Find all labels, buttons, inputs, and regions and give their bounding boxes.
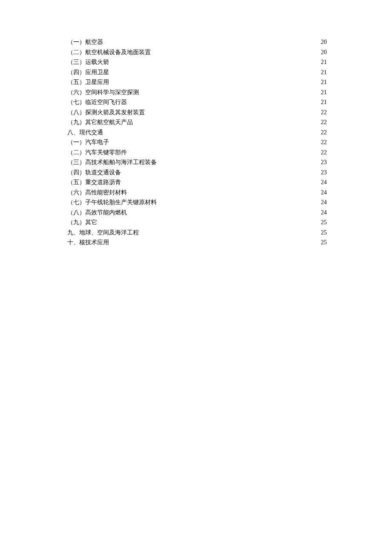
toc-entry-label: （一）航空器 bbox=[67, 37, 103, 47]
toc-entry-label: 八、现代交通 bbox=[67, 127, 103, 138]
toc-entry-page: 20 bbox=[320, 47, 327, 58]
toc-entry-page: 22 bbox=[320, 107, 327, 118]
toc-entry-label: 十、核技术应用 bbox=[67, 237, 109, 248]
toc-entry: （九）其它航空航天产品 22 bbox=[67, 117, 327, 127]
toc-entry: （一）航空器 20 bbox=[67, 37, 327, 47]
toc-entry: （七）临近空间飞行器 21 bbox=[67, 97, 327, 107]
toc-dots bbox=[103, 128, 320, 134]
toc-entry: （八）高效节能内燃机 24 bbox=[67, 208, 327, 218]
toc-entry: 十、核技术应用 25 bbox=[67, 237, 327, 248]
toc-dots bbox=[121, 168, 320, 174]
toc-entry-page: 22 bbox=[320, 117, 327, 127]
toc-entry-label: 九、地球、空间及海洋工程 bbox=[67, 228, 139, 238]
toc-dots bbox=[157, 158, 320, 164]
toc-dots bbox=[133, 118, 320, 124]
toc-entry-label: （六）空间科学与深空探测 bbox=[67, 87, 139, 98]
toc-entry-page: 24 bbox=[320, 177, 327, 188]
table-of-contents: （一）航空器 20 （二）航空机械设备及地面装置 20 （三）运载火箭 21 （… bbox=[67, 37, 327, 248]
toc-entry-label: （六）高性能密封材料 bbox=[67, 188, 127, 198]
toc-entry-page: 21 bbox=[320, 87, 327, 98]
toc-entry: （三）高技术船舶与海洋工程装备 23 bbox=[67, 157, 327, 168]
toc-entry: （五）卫星应用 21 bbox=[67, 77, 327, 87]
toc-entry-page: 22 bbox=[320, 127, 327, 138]
toc-entry-page: 24 bbox=[320, 208, 327, 218]
toc-entry-label: （四）轨道交通设备 bbox=[67, 168, 121, 178]
toc-entry-page: 21 bbox=[320, 77, 327, 87]
toc-dots bbox=[127, 98, 320, 104]
toc-entry: （一）汽车电子 22 bbox=[67, 137, 327, 147]
toc-entry-page: 21 bbox=[320, 67, 327, 78]
toc-dots bbox=[109, 58, 320, 64]
toc-dots bbox=[97, 218, 320, 224]
toc-entry: （九）其它 25 bbox=[67, 217, 327, 228]
toc-entry-label: （三）运载火箭 bbox=[67, 57, 109, 67]
toc-entry: （六）高性能密封材料 24 bbox=[67, 188, 327, 198]
toc-entry: （七）子午线轮胎生产关键原材料 24 bbox=[67, 197, 327, 208]
toc-entry-label: （四）应用卫星 bbox=[67, 67, 109, 78]
toc-entry-page: 22 bbox=[320, 147, 327, 158]
toc-entry-label: （三）高技术船舶与海洋工程装备 bbox=[67, 157, 157, 168]
toc-entry: （二）汽车关键零部件 22 bbox=[67, 147, 327, 158]
toc-dots bbox=[109, 138, 320, 144]
toc-dots bbox=[127, 188, 320, 194]
toc-entry-label: （七）子午线轮胎生产关键原材料 bbox=[67, 197, 157, 208]
toc-dots bbox=[109, 78, 320, 84]
toc-entry-page: 24 bbox=[320, 197, 327, 208]
toc-dots bbox=[151, 48, 320, 54]
toc-dots bbox=[157, 198, 320, 204]
toc-entry-label: （五）重交道路沥青 bbox=[67, 177, 121, 188]
toc-entry-page: 25 bbox=[320, 228, 327, 238]
toc-entry: 八、现代交通 22 bbox=[67, 127, 327, 138]
toc-entry-page: 25 bbox=[320, 237, 327, 248]
toc-entry-page: 22 bbox=[320, 137, 327, 147]
toc-entry: 九、地球、空间及海洋工程 25 bbox=[67, 228, 327, 238]
toc-entry: （八）探测火箭及其发射装置 22 bbox=[67, 107, 327, 118]
toc-entry: （六）空间科学与深空探测 21 bbox=[67, 87, 327, 98]
toc-dots bbox=[109, 68, 320, 74]
toc-entry-page: 23 bbox=[320, 168, 327, 178]
toc-dots bbox=[145, 108, 320, 114]
toc-entry-label: （八）探测火箭及其发射装置 bbox=[67, 107, 145, 118]
toc-dots bbox=[139, 88, 320, 94]
toc-entry: （二）航空机械设备及地面装置 20 bbox=[67, 47, 327, 58]
toc-entry: （四）应用卫星 21 bbox=[67, 67, 327, 78]
toc-entry-label: （一）汽车电子 bbox=[67, 137, 109, 147]
toc-entry-page: 25 bbox=[320, 217, 327, 228]
toc-entry-page: 23 bbox=[320, 157, 327, 168]
toc-dots bbox=[103, 38, 320, 44]
toc-dots bbox=[127, 208, 320, 214]
toc-dots bbox=[109, 238, 320, 244]
toc-entry-label: （二）航空机械设备及地面装置 bbox=[67, 47, 151, 58]
toc-entry-label: （九）其它 bbox=[67, 217, 97, 228]
toc-dots bbox=[121, 178, 320, 184]
toc-entry-label: （九）其它航空航天产品 bbox=[67, 117, 133, 127]
toc-entry: （三）运载火箭 21 bbox=[67, 57, 327, 67]
toc-entry-page: 20 bbox=[320, 37, 327, 47]
toc-entry-label: （七）临近空间飞行器 bbox=[67, 97, 127, 107]
toc-entry: （五）重交道路沥青 24 bbox=[67, 177, 327, 188]
toc-entry-page: 21 bbox=[320, 57, 327, 67]
toc-entry-page: 24 bbox=[320, 188, 327, 198]
toc-entry-page: 21 bbox=[320, 97, 327, 107]
toc-entry-label: （八）高效节能内燃机 bbox=[67, 208, 127, 218]
toc-entry-label: （五）卫星应用 bbox=[67, 77, 109, 87]
toc-entry-label: （二）汽车关键零部件 bbox=[67, 147, 127, 158]
toc-dots bbox=[139, 228, 320, 234]
toc-dots bbox=[127, 148, 320, 154]
toc-entry: （四）轨道交通设备 23 bbox=[67, 168, 327, 178]
